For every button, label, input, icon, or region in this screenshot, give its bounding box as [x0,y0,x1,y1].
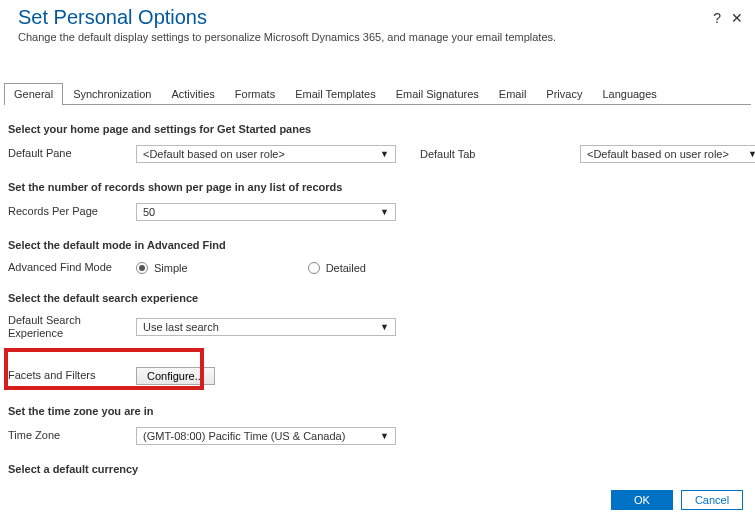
tab-activities[interactable]: Activities [161,83,224,104]
close-icon[interactable]: ✕ [731,10,743,26]
section-currency-title: Select a default currency [8,463,747,475]
chevron-down-icon: ▼ [380,322,389,332]
content-panel: Select your home page and settings for G… [0,105,755,477]
default-tab-select[interactable]: <Default based on user role> ▼ [580,145,755,163]
tab-email-templates[interactable]: Email Templates [285,83,386,104]
dialog-footer: OK Cancel [611,490,743,510]
dialog-subtitle: Change the default display settings to p… [18,31,743,43]
time-zone-value: (GMT-08:00) Pacific Time (US & Canada) [143,430,345,442]
section-tz-title: Set the time zone you are in [8,405,747,417]
dialog-header: Set Personal Options Change the default … [0,0,755,47]
tab-general[interactable]: General [4,83,63,104]
radio-simple[interactable]: Simple [136,262,188,274]
time-zone-select[interactable]: (GMT-08:00) Pacific Time (US & Canada) ▼ [136,427,396,445]
tab-languages[interactable]: Languages [592,83,666,104]
default-search-select[interactable]: Use last search ▼ [136,318,396,336]
time-zone-label: Time Zone [8,429,136,442]
default-pane-select[interactable]: <Default based on user role> ▼ [136,145,396,163]
chevron-down-icon: ▼ [380,149,389,159]
records-per-page-label: Records Per Page [8,205,136,218]
section-records-title: Set the number of records shown per page… [8,181,747,193]
tab-email[interactable]: Email [489,83,537,104]
tab-email-signatures[interactable]: Email Signatures [386,83,489,104]
chevron-down-icon: ▼ [380,431,389,441]
radio-detailed[interactable]: Detailed [308,262,366,274]
radio-icon [136,262,148,274]
radio-simple-label: Simple [154,262,188,274]
records-per-page-select[interactable]: 50 ▼ [136,203,396,221]
tab-strip: General Synchronization Activities Forma… [4,83,751,105]
section-advfind-title: Select the default mode in Advanced Find [8,239,747,251]
configure-button[interactable]: Configure... [136,367,215,385]
adv-find-mode-label: Advanced Find Mode [8,261,136,274]
tab-privacy[interactable]: Privacy [536,83,592,104]
default-pane-value: <Default based on user role> [143,148,285,160]
records-per-page-value: 50 [143,206,155,218]
dialog-title: Set Personal Options [18,6,743,29]
chevron-down-icon: ▼ [380,207,389,217]
ok-button[interactable]: OK [611,490,673,510]
default-search-label: Default Search Experience [8,314,136,340]
chevron-down-icon: ▼ [748,149,755,159]
default-tab-value: <Default based on user role> [587,148,729,160]
radio-detailed-label: Detailed [326,262,366,274]
help-icon[interactable]: ? [713,10,721,26]
cancel-button[interactable]: Cancel [681,490,743,510]
default-search-value: Use last search [143,321,219,333]
tab-synchronization[interactable]: Synchronization [63,83,161,104]
section-home-title: Select your home page and settings for G… [8,123,747,135]
section-search-title: Select the default search experience [8,292,747,304]
facets-filters-label: Facets and Filters [8,369,136,382]
default-tab-label: Default Tab [420,148,566,160]
radio-icon [308,262,320,274]
default-pane-label: Default Pane [8,147,136,160]
tab-formats[interactable]: Formats [225,83,285,104]
